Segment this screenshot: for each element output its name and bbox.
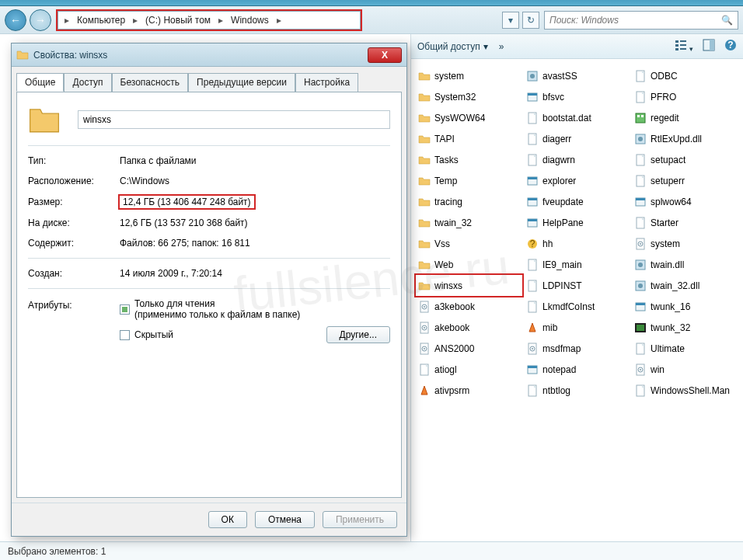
file-item[interactable]: a3kebook [416,296,522,317]
svg-rect-1 [675,44,678,47]
dialog-title: Свойства: winsxs [33,50,107,61]
advanced-attributes-button[interactable]: Другие... [326,326,390,343]
refresh-button[interactable]: ↻ [522,12,539,29]
ok-button[interactable]: ОК [208,511,247,528]
file-name: mib [542,322,557,333]
file-item[interactable]: LDPINST [524,275,630,296]
file-item[interactable]: msdfmap [524,338,630,359]
svg-rect-5 [680,48,686,50]
svg-marker-66 [529,323,535,332]
file-item[interactable]: akebook [416,317,522,338]
file-item[interactable]: RtlExUpd.dll [632,128,738,149]
file-name: bootstat.dat [542,113,591,123]
file-item[interactable]: Web [416,254,522,275]
folder-name-field[interactable]: winsxs [78,110,390,129]
svg-rect-21 [637,115,640,117]
breadcrumb-item[interactable]: (C:) Новый том [141,15,215,26]
file-item[interactable]: regedit [632,107,738,128]
file-item[interactable]: twunk_16 [632,296,738,317]
close-button[interactable]: X [368,47,402,63]
file-item[interactable]: atiogl [416,359,522,380]
file-item[interactable]: fveupdate [524,191,630,212]
explorer-content-pane: Общий доступ ▾ » ▾ ? systemavastSSODBCSy… [410,34,743,541]
file-item[interactable]: diagerr [524,128,630,149]
file-item[interactable]: twain_32.dll [632,275,738,296]
file-item[interactable]: explorer [524,170,630,191]
tab-security[interactable]: Безопасность [112,73,189,92]
checkbox-readonly[interactable] [120,304,130,315]
file-item[interactable]: bfsvc [524,86,630,107]
svg-point-26 [638,137,643,141]
file-item[interactable]: ntbtlog [524,380,630,401]
file-item[interactable]: system [416,65,522,86]
file-item[interactable]: setuperr [632,170,738,191]
file-item[interactable]: twain.dll [632,254,738,275]
svg-rect-2 [675,48,678,50]
file-item[interactable]: Temp [416,170,522,191]
help-button[interactable]: ? [724,39,737,54]
file-item[interactable]: Starter [632,212,738,233]
tab-sharing[interactable]: Доступ [64,73,111,92]
file-item[interactable]: system [632,233,738,254]
divider [28,288,390,289]
search-input[interactable]: Поиск: Windows 🔍 [544,11,738,30]
properties-dialog: Свойства: winsxs X Общие Доступ Безопасн… [11,43,407,537]
file-item[interactable]: SysWOW64 [416,107,522,128]
preview-pane-button[interactable] [703,39,715,54]
file-list[interactable]: systemavastSSODBCSystem32bfsvcPFROSysWOW… [411,59,743,407]
svg-point-71 [424,348,425,350]
file-item[interactable]: PFRO [632,86,738,107]
apply-button[interactable]: Применить [323,511,397,528]
svg-rect-4 [680,44,686,46]
nav-forward-button[interactable]: → [30,9,51,31]
file-name: WindowsShell.Man [651,385,730,396]
file-item[interactable]: tracing [416,191,522,212]
share-menu[interactable]: Общий доступ ▾ [417,41,488,52]
file-item[interactable]: IE9_main [524,254,630,275]
value-size: 12,4 ГБ (13 406 447 248 байт) [120,196,254,208]
breadcrumb-item[interactable]: Windows [226,15,274,26]
nav-back-button[interactable]: ← [5,9,26,31]
cancel-button[interactable]: Отмена [255,511,315,528]
file-item[interactable]: twunk_32 [632,317,738,338]
file-item[interactable]: Ultimate [632,338,738,359]
svg-rect-32 [528,177,537,179]
file-item[interactable]: diagwrn [524,149,630,170]
file-item[interactable]: twain_32 [416,212,522,233]
tab-previous-versions[interactable]: Предыдущие версии [188,73,295,92]
tab-general[interactable]: Общие [16,73,64,92]
file-item[interactable]: TAPI [416,128,522,149]
file-item[interactable]: mib [524,317,630,338]
svg-rect-20 [636,113,645,123]
file-name: Ultimate [651,343,685,354]
file-item[interactable]: ativpsrm [416,380,522,401]
tab-customize[interactable]: Настройка [295,73,358,92]
file-item[interactable]: setupact [632,149,738,170]
file-item[interactable]: LkmdfCoInst [524,296,630,317]
file-item[interactable]: Tasks [416,149,522,170]
file-item[interactable]: System32 [416,86,522,107]
view-options-button[interactable]: ▾ [675,39,693,54]
file-item[interactable]: notepad [524,359,630,380]
file-item[interactable]: bootstat.dat [524,107,630,128]
breadcrumb-item[interactable]: Компьютер [72,15,130,26]
explorer-toolbar: Общий доступ ▾ » ▾ ? [411,34,743,59]
svg-point-11 [530,74,535,78]
file-item[interactable]: HelpPane [524,212,630,233]
toolbar-overflow[interactable]: » [499,41,504,52]
file-item[interactable]: Vss [416,233,522,254]
file-name: twain_32.dll [651,280,699,291]
file-item[interactable]: ?hh [524,233,630,254]
file-item[interactable]: avastSS [524,65,630,86]
breadcrumb-history-button[interactable]: ▾ [502,12,519,29]
file-name: IE9_main [542,259,582,270]
file-item[interactable]: splwow64 [632,191,738,212]
breadcrumb[interactable]: ▸ Компьютер ▸ (C:) Новый том ▸ Windows ▸ [58,11,361,30]
file-item[interactable]: winsxs [416,275,522,296]
file-item[interactable]: ANS2000 [416,338,522,359]
file-item[interactable]: WindowsShell.Man [632,380,738,401]
file-item[interactable]: win [632,359,738,380]
checkbox-hidden[interactable] [120,330,130,340]
dialog-titlebar[interactable]: Свойства: winsxs X [12,43,406,67]
file-item[interactable]: ODBC [632,65,738,86]
